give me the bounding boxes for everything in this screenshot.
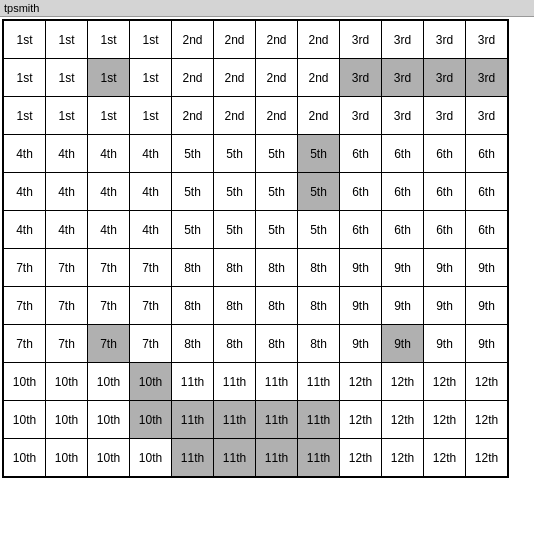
- table-cell: 6th: [382, 135, 424, 173]
- table-cell: 5th: [214, 135, 256, 173]
- table-cell: 11th: [298, 401, 340, 439]
- table-cell: 1st: [46, 97, 88, 135]
- table-cell: 11th: [172, 439, 214, 477]
- table-cell: 11th: [298, 363, 340, 401]
- title-bar: tpsmith: [0, 0, 534, 17]
- table-cell: 2nd: [172, 59, 214, 97]
- app-title: tpsmith: [4, 2, 39, 14]
- table-cell: 5th: [256, 173, 298, 211]
- table-cell: 5th: [172, 211, 214, 249]
- table-cell: 5th: [214, 211, 256, 249]
- table-cell: 4th: [4, 211, 46, 249]
- table-cell: 10th: [4, 401, 46, 439]
- table-cell: 12th: [382, 401, 424, 439]
- table-cell: 6th: [340, 135, 382, 173]
- table-cell: 6th: [424, 211, 466, 249]
- table-cell: 7th: [4, 287, 46, 325]
- table-cell: 10th: [130, 401, 172, 439]
- table-cell: 4th: [130, 135, 172, 173]
- table-row: 10th10th10th10th11th11th11th11th12th12th…: [4, 401, 508, 439]
- table-cell: 3rd: [466, 97, 508, 135]
- table-cell: 6th: [340, 211, 382, 249]
- table-cell: 7th: [88, 249, 130, 287]
- table-row: 1st1st1st1st2nd2nd2nd2nd3rd3rd3rd3rd: [4, 21, 508, 59]
- table-cell: 2nd: [298, 21, 340, 59]
- table-cell: 4th: [46, 135, 88, 173]
- table-cell: 9th: [340, 287, 382, 325]
- table-cell: 4th: [4, 135, 46, 173]
- table-cell: 7th: [130, 249, 172, 287]
- table-cell: 1st: [4, 97, 46, 135]
- table-cell: 9th: [424, 287, 466, 325]
- table-cell: 6th: [382, 173, 424, 211]
- table-cell: 1st: [4, 59, 46, 97]
- table-cell: 12th: [340, 363, 382, 401]
- table-cell: 8th: [172, 249, 214, 287]
- table-cell: 2nd: [298, 59, 340, 97]
- table-cell: 11th: [172, 401, 214, 439]
- table-cell: 9th: [466, 249, 508, 287]
- table-cell: 4th: [4, 173, 46, 211]
- table-cell: 9th: [382, 287, 424, 325]
- table-cell: 3rd: [466, 59, 508, 97]
- table-cell: 7th: [4, 325, 46, 363]
- table-cell: 2nd: [256, 59, 298, 97]
- table-cell: 5th: [298, 135, 340, 173]
- table-cell: 12th: [382, 363, 424, 401]
- table-cell: 2nd: [214, 97, 256, 135]
- table-cell: 4th: [130, 173, 172, 211]
- table-cell: 1st: [88, 21, 130, 59]
- table-cell: 4th: [88, 173, 130, 211]
- table-cell: 2nd: [172, 21, 214, 59]
- table-row: 4th4th4th4th5th5th5th5th6th6th6th6th: [4, 211, 508, 249]
- table-cell: 7th: [130, 325, 172, 363]
- table-cell: 5th: [214, 173, 256, 211]
- table-cell: 9th: [466, 287, 508, 325]
- table-cell: 4th: [46, 173, 88, 211]
- table-cell: 10th: [4, 363, 46, 401]
- table-cell: 8th: [298, 249, 340, 287]
- table-cell: 5th: [172, 173, 214, 211]
- table-cell: 12th: [466, 401, 508, 439]
- table-cell: 10th: [130, 363, 172, 401]
- table-cell: 3rd: [424, 97, 466, 135]
- table-cell: 10th: [46, 363, 88, 401]
- table-cell: 3rd: [382, 97, 424, 135]
- table-cell: 7th: [46, 325, 88, 363]
- table-row: 7th7th7th7th8th8th8th8th9th9th9th9th: [4, 325, 508, 363]
- table-cell: 4th: [88, 211, 130, 249]
- table-cell: 6th: [466, 173, 508, 211]
- table-cell: 8th: [214, 287, 256, 325]
- table-row: 7th7th7th7th8th8th8th8th9th9th9th9th: [4, 249, 508, 287]
- table-cell: 1st: [88, 59, 130, 97]
- table-cell: 4th: [88, 135, 130, 173]
- table-row: 1st1st1st1st2nd2nd2nd2nd3rd3rd3rd3rd: [4, 59, 508, 97]
- table-cell: 2nd: [256, 97, 298, 135]
- table-cell: 10th: [46, 401, 88, 439]
- table-cell: 3rd: [382, 59, 424, 97]
- table-cell: 9th: [340, 325, 382, 363]
- table-row: 4th4th4th4th5th5th5th5th6th6th6th6th: [4, 135, 508, 173]
- table-cell: 2nd: [172, 97, 214, 135]
- table-cell: 4th: [46, 211, 88, 249]
- table-cell: 1st: [88, 97, 130, 135]
- table-cell: 11th: [214, 401, 256, 439]
- table-cell: 3rd: [340, 21, 382, 59]
- table-cell: 7th: [46, 287, 88, 325]
- table-cell: 11th: [256, 363, 298, 401]
- table-cell: 12th: [466, 363, 508, 401]
- table-cell: 6th: [340, 173, 382, 211]
- table-row: 4th4th4th4th5th5th5th5th6th6th6th6th: [4, 173, 508, 211]
- table-cell: 1st: [130, 21, 172, 59]
- table-row: 1st1st1st1st2nd2nd2nd2nd3rd3rd3rd3rd: [4, 97, 508, 135]
- table-cell: 5th: [298, 211, 340, 249]
- table-cell: 11th: [256, 439, 298, 477]
- table-row: 10th10th10th10th11th11th11th11th12th12th…: [4, 363, 508, 401]
- table-cell: 11th: [214, 439, 256, 477]
- table-cell: 10th: [46, 439, 88, 477]
- table-cell: 3rd: [340, 97, 382, 135]
- table-cell: 2nd: [298, 97, 340, 135]
- table-cell: 12th: [424, 401, 466, 439]
- table-cell: 10th: [88, 401, 130, 439]
- table-cell: 12th: [424, 363, 466, 401]
